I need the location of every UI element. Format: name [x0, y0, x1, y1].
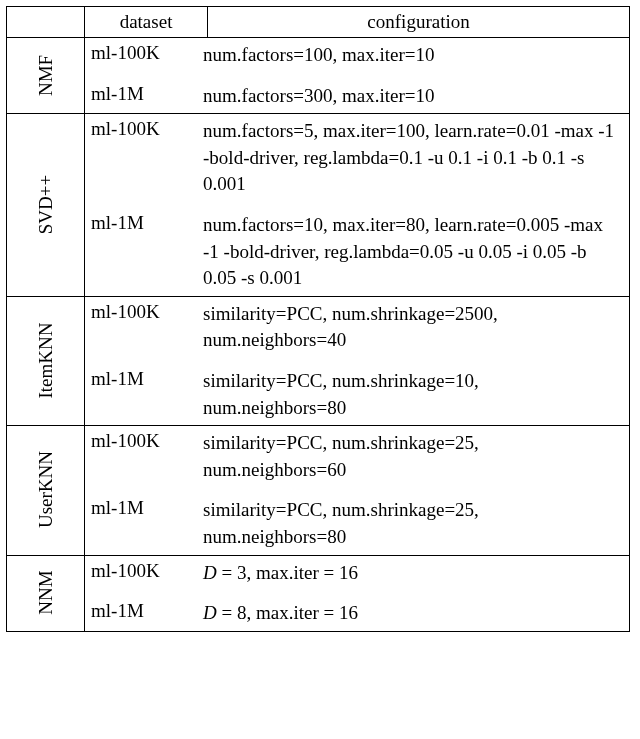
config-cell: num.factors=300, max.iter=10 [197, 79, 629, 114]
row-label-nnm: NNM [36, 570, 55, 614]
config-cell: similarity=PCC, num.shrinkage=25, num.ne… [197, 493, 629, 554]
row-label-userknn: UserKNN [36, 451, 55, 528]
row-itemknn: ItemKNN ml-100K similarity=PCC, num.shri… [7, 296, 630, 425]
dataset-cell: ml-1M [85, 208, 197, 296]
row-label-nmf: NMF [36, 55, 55, 96]
config-cell: similarity=PCC, num.shrinkage=2500, num.… [197, 297, 629, 358]
config-cell: D = 3, max.iter = 16 [197, 556, 629, 591]
row-label-svdpp: SVD++ [36, 175, 55, 234]
dataset-cell: ml-100K [85, 426, 197, 487]
dataset-cell: ml-1M [85, 596, 197, 631]
config-cell: num.factors=100, max.iter=10 [197, 38, 629, 73]
row-label-itemknn: ItemKNN [36, 322, 55, 398]
config-cell: similarity=PCC, num.shrinkage=25, num.ne… [197, 426, 629, 487]
dataset-cell: ml-100K [85, 114, 197, 202]
corner-cell [7, 7, 85, 38]
header-config: configuration [208, 7, 630, 38]
dataset-cell: ml-1M [85, 364, 197, 425]
row-userknn: UserKNN ml-100K similarity=PCC, num.shri… [7, 426, 630, 555]
config-cell: num.factors=10, max.iter=80, learn.rate=… [197, 208, 629, 296]
dataset-cell: ml-100K [85, 297, 197, 358]
config-table: dataset configuration NMF ml-100K num.fa… [6, 6, 630, 632]
dataset-cell: ml-1M [85, 79, 197, 114]
dataset-cell: ml-100K [85, 38, 197, 73]
row-svdpp: SVD++ ml-100K num.factors=5, max.iter=10… [7, 114, 630, 297]
row-nmf: NMF ml-100K num.factors=100, max.iter=10… [7, 38, 630, 114]
config-cell: num.factors=5, max.iter=100, learn.rate=… [197, 114, 629, 202]
header-dataset: dataset [85, 7, 208, 38]
config-cell: D = 8, max.iter = 16 [197, 596, 629, 631]
row-nnm: NNM ml-100K D = 3, max.iter = 16 ml-1M D… [7, 555, 630, 631]
dataset-cell: ml-1M [85, 493, 197, 554]
config-cell: similarity=PCC, num.shrinkage=10, num.ne… [197, 364, 629, 425]
dataset-cell: ml-100K [85, 556, 197, 591]
